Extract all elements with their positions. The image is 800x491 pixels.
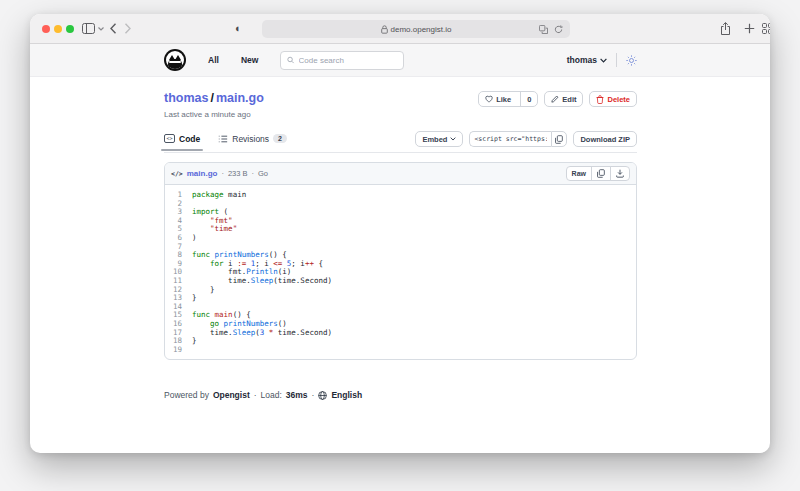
code-line: 11 time.Sleep(time.Second) <box>165 277 636 286</box>
embed-script-input[interactable] <box>469 131 551 147</box>
code-line: 13} <box>165 294 636 303</box>
code-lines: 1package main23import (4 "fmt"5 "time"6)… <box>165 185 636 359</box>
powered-by-text: Powered by <box>164 390 209 400</box>
browser-window: ◐ demo.opengist.io <box>30 14 770 453</box>
edit-button[interactable]: Edit <box>544 91 583 107</box>
file-lang-dot: · <box>252 169 255 178</box>
line-content: } <box>192 294 197 303</box>
user-name: thomas <box>567 55 597 65</box>
code-line: 12 } <box>165 286 636 295</box>
file-size: 233 B <box>228 169 248 178</box>
theme-toggle-sun-icon[interactable] <box>626 55 637 66</box>
sidebar-icon[interactable] <box>82 23 95 34</box>
search-input[interactable] <box>299 56 398 65</box>
copy-file-button[interactable] <box>591 166 611 181</box>
page-title: thomas/main.go <box>164 91 264 106</box>
chevron-down-icon <box>600 58 607 63</box>
translate-icon[interactable] <box>539 25 548 34</box>
last-active-text: Last active a minute ago <box>164 110 264 119</box>
tab-code[interactable]: <> Code <box>164 134 200 150</box>
file-card-header: </> main.go · 233 B · Go Raw <box>165 163 636 185</box>
line-number[interactable]: 19 <box>165 346 192 355</box>
delete-button[interactable]: Delete <box>589 91 637 107</box>
embed-dropdown-button[interactable]: Embed <box>415 131 463 147</box>
like-label: Like <box>496 95 511 104</box>
new-tab-icon[interactable] <box>744 23 755 34</box>
code-line: 1package main <box>165 191 636 200</box>
download-icon <box>616 169 624 178</box>
language-selector[interactable]: English <box>331 390 362 400</box>
code-tab-icon: <> <box>164 134 175 143</box>
raw-button[interactable]: Raw <box>566 166 592 181</box>
file-code-icon: </> <box>171 170 183 178</box>
file-card: </> main.go · 233 B · Go Raw <box>164 162 637 360</box>
tab-revisions[interactable]: Revisions 2 <box>218 134 287 150</box>
footer-dot: · <box>312 390 315 400</box>
download-file-button[interactable] <box>610 166 630 181</box>
opengist-logo-icon[interactable] <box>164 49 186 71</box>
code-line: 18} <box>165 337 636 346</box>
nav-all[interactable]: All <box>208 55 219 65</box>
privacy-shield-icon[interactable]: ◐ <box>235 23 242 34</box>
code-line: 3import ( <box>165 208 636 217</box>
header-divider <box>616 53 617 67</box>
code-line: 17 time.Sleep(3 * time.Second) <box>165 329 636 338</box>
reload-icon[interactable] <box>554 25 563 34</box>
code-line: 5 "time" <box>165 225 636 234</box>
code-line: 2 <box>165 200 636 209</box>
code-line: 19 <box>165 346 636 355</box>
file-name-link[interactable]: main.go <box>187 169 218 178</box>
pencil-icon <box>551 95 559 103</box>
user-menu[interactable]: thomas <box>567 55 607 65</box>
code-line: 6) <box>165 234 636 243</box>
embed-label: Embed <box>422 135 447 144</box>
delete-label: Delete <box>607 95 630 104</box>
nav-new[interactable]: New <box>241 55 258 65</box>
line-content: ) <box>192 234 197 243</box>
url-text: demo.opengist.io <box>391 25 452 34</box>
site-header: All New thomas <box>30 44 770 77</box>
heart-icon <box>485 95 493 103</box>
line-content: package main <box>192 191 246 200</box>
code-search-box[interactable] <box>280 51 404 70</box>
browser-chrome: ◐ demo.opengist.io <box>30 14 770 44</box>
zoom-window-button[interactable] <box>66 25 74 33</box>
back-icon[interactable] <box>110 23 117 34</box>
brand-link[interactable]: Opengist <box>213 390 250 400</box>
tab-overview-icon[interactable] <box>762 23 770 34</box>
close-window-button[interactable] <box>42 25 50 33</box>
file-language: Go <box>258 169 268 178</box>
like-count: 0 <box>520 92 537 106</box>
globe-icon <box>318 391 327 400</box>
address-bar[interactable]: demo.opengist.io <box>262 20 570 38</box>
file-size-dot: · <box>221 169 224 178</box>
load-value: 36ms <box>286 390 308 400</box>
chevron-down-icon <box>450 137 456 141</box>
download-zip-button[interactable]: Download ZIP <box>573 131 637 147</box>
trash-icon <box>596 95 604 104</box>
search-icon <box>287 56 294 64</box>
download-zip-label: Download ZIP <box>580 135 630 144</box>
clipboard-icon <box>555 135 563 144</box>
share-icon[interactable] <box>720 22 731 35</box>
minimize-window-button[interactable] <box>54 25 62 33</box>
lock-icon <box>381 25 388 34</box>
clipboard-icon <box>597 169 605 178</box>
forward-icon[interactable] <box>124 23 131 34</box>
sidebar-chevron-icon[interactable] <box>98 27 104 31</box>
gist-link[interactable]: main.go <box>216 91 264 105</box>
line-content: } <box>192 337 197 346</box>
line-content: "time" <box>192 225 237 234</box>
title-separator: / <box>208 91 215 105</box>
revisions-count-badge: 2 <box>273 134 287 143</box>
copy-embed-button[interactable] <box>551 131 567 147</box>
owner-link[interactable]: thomas <box>164 91 208 105</box>
line-content: time.Sleep(3 * time.Second) <box>192 329 332 338</box>
load-label: Load: <box>261 390 282 400</box>
like-button[interactable]: Like 0 <box>478 91 538 107</box>
edit-label: Edit <box>562 95 576 104</box>
footer: Powered by Opengist · Load: 36ms · Engli… <box>164 390 637 400</box>
footer-dot: · <box>254 390 257 400</box>
tabs-divider <box>164 152 637 153</box>
tab-code-label: Code <box>179 134 200 144</box>
